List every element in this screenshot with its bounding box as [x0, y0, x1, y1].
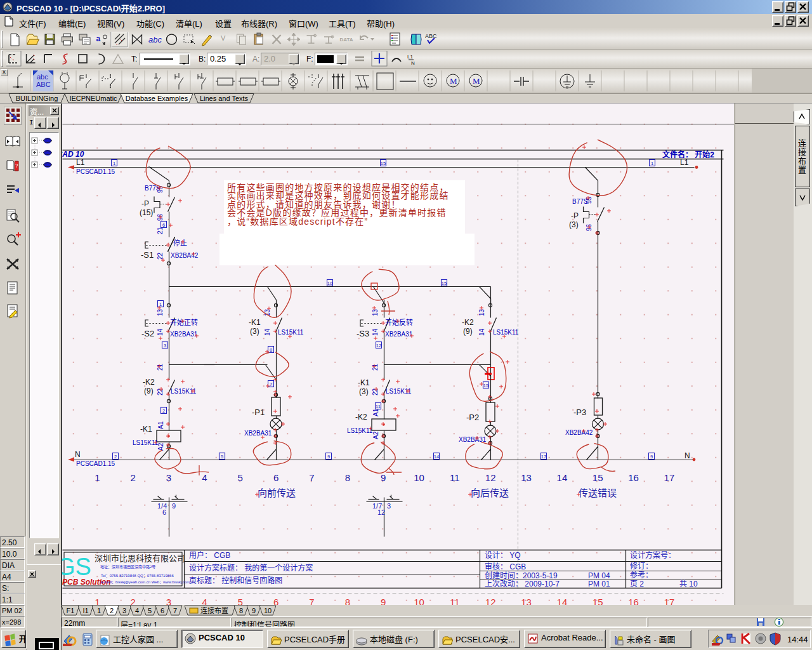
- svg-text:创建时间：2003-5-19: 创建时间：2003-5-19: [485, 571, 558, 580]
- svg-text:A2: A2: [372, 431, 379, 439]
- svg-text:LS15K11: LS15K11: [493, 329, 519, 336]
- svg-text:-P2: -P2: [466, 413, 479, 422]
- svg-text:V: V: [221, 34, 226, 42]
- svg-text:L1: L1: [680, 158, 689, 167]
- svg-text:XB2BA42: XB2BA42: [565, 429, 593, 436]
- svg-text:传送错误: 传送错误: [579, 488, 617, 498]
- svg-text:9: 9: [172, 502, 176, 510]
- svg-text:Database Examples: Database Examples: [126, 95, 188, 102]
- svg-text:ABC: ABC: [36, 81, 51, 88]
- svg-text:Lines and Texts: Lines and Texts: [200, 95, 249, 102]
- svg-text:14: 14: [557, 472, 568, 483]
- svg-text:4: 4: [202, 472, 207, 483]
- svg-text:A2: A2: [157, 442, 164, 451]
- svg-text:A1: A1: [157, 421, 164, 429]
- svg-text:L1: L1: [76, 158, 85, 167]
- svg-text:2: 2: [114, 454, 117, 460]
- svg-text:9: 9: [252, 607, 256, 614]
- svg-text:15: 15: [593, 472, 603, 483]
- svg-text:M: M: [473, 76, 480, 86]
- svg-text:2: 2: [131, 472, 136, 483]
- svg-text:-S1: -S1: [141, 250, 154, 260]
- svg-text:Tel：0755-83719848 QQ：0755-83: Tel：0755-83719848 QQ：0755-83719866: [101, 574, 174, 578]
- svg-text:15: 15: [483, 383, 488, 388]
- svg-text:7: 7: [309, 472, 314, 483]
- svg-text:10: 10: [327, 281, 332, 286]
- svg-text:a: a: [96, 34, 101, 43]
- svg-text:页 2: 页 2: [630, 580, 644, 588]
- svg-text:PCSCAD1.15: PCSCAD1.15: [76, 460, 115, 467]
- svg-text:6: 6: [160, 607, 164, 614]
- svg-text:3: 3: [166, 597, 171, 605]
- svg-text:向后传送: 向后传送: [471, 488, 509, 498]
- svg-text:22: 22: [157, 252, 164, 260]
- svg-text:abc: abc: [37, 73, 48, 81]
- svg-text:11: 11: [450, 472, 460, 483]
- svg-text:L1: L1: [407, 54, 413, 60]
- svg-text:A1: A1: [372, 408, 379, 416]
- svg-text:21: 21: [157, 363, 164, 371]
- svg-text:13: 13: [372, 308, 379, 316]
- svg-text:-S2: -S2: [141, 329, 154, 338]
- svg-text:-K1: -K1: [249, 318, 261, 327]
- svg-text:I1: I1: [82, 607, 88, 614]
- svg-text:6: 6: [162, 222, 165, 228]
- svg-text:17: 17: [664, 597, 675, 605]
- svg-text:ABC: ABC: [425, 33, 437, 39]
- svg-text:页标题： 控制和信号回路图: 页标题： 控制和信号回路图: [189, 576, 282, 585]
- svg-text:8: 8: [345, 597, 350, 605]
- svg-text:7: 7: [309, 597, 314, 605]
- svg-text:2: 2: [110, 607, 114, 614]
- svg-text:1: 1: [97, 607, 101, 614]
- svg-text:7: 7: [173, 607, 177, 614]
- svg-text:7: 7: [270, 381, 272, 387]
- svg-text:-K1: -K1: [358, 378, 370, 387]
- svg-text:13: 13: [157, 308, 164, 316]
- svg-text:-P: -P: [141, 199, 149, 208]
- svg-text:-K1: -K1: [140, 425, 152, 434]
- svg-text:-P: -P: [571, 211, 579, 220]
- svg-text:-P1: -P1: [252, 408, 265, 417]
- svg-text:3: 3: [166, 472, 171, 483]
- svg-text:9: 9: [327, 454, 330, 460]
- svg-text:停止: 停止: [173, 239, 187, 247]
- svg-text:15: 15: [442, 281, 447, 286]
- svg-text:11: 11: [450, 597, 460, 605]
- svg-text:IECPNEUmatic: IECPNEUmatic: [69, 95, 117, 102]
- svg-text:13: 13: [478, 308, 485, 316]
- svg-text:9: 9: [650, 454, 653, 460]
- svg-text:14: 14: [264, 328, 271, 336]
- svg-text:14: 14: [478, 328, 485, 336]
- svg-text:开始反转: 开始反转: [385, 318, 413, 326]
- svg-text:6: 6: [273, 597, 278, 605]
- svg-text:1: 1: [95, 472, 100, 483]
- svg-text:8: 8: [345, 472, 350, 483]
- svg-text:地址：深圳市福田区深南中路2号: 地址：深圳市福田区深南中路2号: [100, 564, 155, 569]
- svg-text:PCSCAD 10: PCSCAD 10: [62, 150, 84, 159]
- svg-text:6: 6: [162, 508, 166, 516]
- svg-text:E-mail：bisskj@yeah.com.cn Web: E-mail：bisskj@yeah.com.cn Web：www.bisskj…: [101, 580, 195, 584]
- svg-text:2: 2: [131, 597, 136, 605]
- svg-text:3: 3: [387, 502, 391, 510]
- svg-text:15: 15: [381, 161, 386, 166]
- svg-text:14: 14: [372, 328, 379, 336]
- svg-text:1: 1: [113, 161, 115, 166]
- svg-text:16: 16: [628, 597, 639, 605]
- svg-text:连接布置: 连接布置: [200, 607, 228, 614]
- svg-text:21: 21: [157, 227, 164, 234]
- svg-text:F1: F1: [67, 607, 75, 614]
- svg-text:6: 6: [273, 472, 278, 483]
- svg-text:95: 95: [586, 196, 593, 204]
- svg-text:10: 10: [414, 472, 424, 483]
- svg-text:(3): (3): [250, 327, 259, 336]
- svg-text:2: 2: [162, 408, 165, 414]
- svg-text:N: N: [75, 450, 81, 459]
- svg-text:4: 4: [202, 597, 207, 605]
- svg-text:3: 3: [164, 343, 166, 348]
- svg-text:17: 17: [541, 454, 546, 460]
- svg-text:PM 04: PM 04: [588, 571, 610, 580]
- svg-text:(9): (9): [463, 327, 473, 336]
- svg-text:9: 9: [381, 597, 386, 605]
- svg-text:向前传送: 向前传送: [258, 488, 296, 498]
- svg-text:5: 5: [221, 454, 223, 460]
